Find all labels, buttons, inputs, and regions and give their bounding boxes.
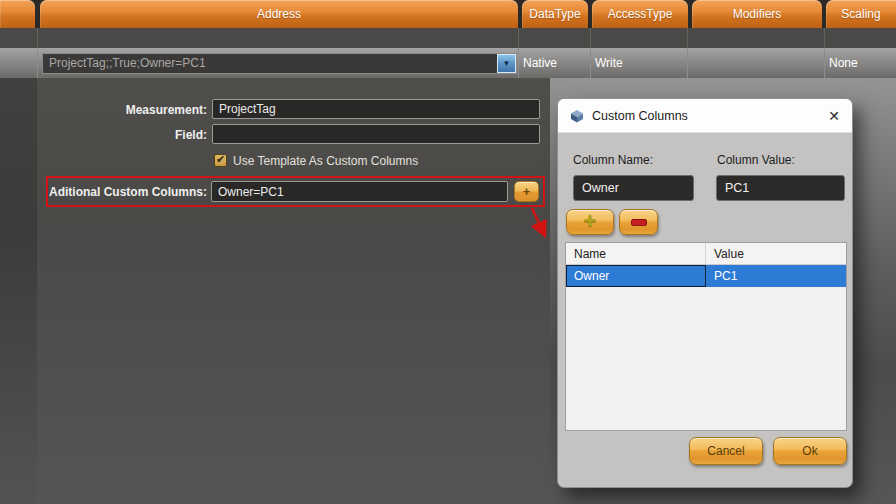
column-divider	[37, 48, 38, 78]
column-name-input[interactable]	[573, 175, 694, 201]
use-template-label: Use Template As Custom Columns	[233, 154, 418, 168]
table-header-row: Name Value	[566, 243, 846, 265]
column-divider	[687, 28, 688, 48]
tag-configuration-screen: Address DataType AccessType Modifiers Sc…	[0, 0, 896, 504]
column-divider	[824, 28, 825, 48]
column-header-address[interactable]: Address	[40, 0, 518, 28]
column-divider	[518, 28, 519, 48]
field-label: Field:	[30, 128, 207, 142]
grid-empty-row	[0, 28, 896, 48]
column-name-label: Column Name:	[573, 153, 653, 167]
table-cell-value[interactable]: PC1	[706, 265, 846, 287]
address-dropdown-button[interactable]: ▼	[497, 54, 516, 73]
ok-button[interactable]: Ok	[773, 437, 847, 465]
column-header-modifiers[interactable]: Modifiers	[692, 0, 822, 28]
table-header-value[interactable]: Value	[706, 243, 846, 264]
column-value-label: Column Value:	[717, 153, 795, 167]
column-divider	[37, 28, 38, 48]
column-value-input[interactable]	[716, 175, 845, 201]
measurement-label: Measurement:	[30, 103, 207, 117]
column-header-partial[interactable]	[0, 0, 35, 28]
column-header-accesstype[interactable]: AccessType	[592, 0, 688, 28]
add-column-button[interactable]: +	[566, 209, 614, 235]
annotation-highlight-rect	[46, 176, 545, 207]
chevron-down-icon: ▼	[503, 60, 511, 68]
cancel-button[interactable]: Cancel	[689, 437, 763, 465]
custom-columns-dialog: Custom Columns ✕ Column Name: Column Val…	[557, 98, 853, 488]
table-row[interactable]: Owner PC1	[566, 265, 846, 287]
use-template-checkbox[interactable]: ✔	[214, 154, 227, 167]
measurement-input[interactable]	[212, 99, 540, 119]
table-header-name[interactable]: Name	[566, 243, 706, 264]
column-divider	[824, 48, 825, 78]
cube-icon	[570, 109, 584, 123]
grid-header-row: Address DataType AccessType Modifiers Sc…	[0, 0, 896, 28]
field-input[interactable]	[212, 124, 540, 144]
dialog-title: Custom Columns	[592, 109, 688, 123]
cell-scaling[interactable]: None	[829, 48, 858, 78]
column-header-datatype[interactable]: DataType	[522, 0, 588, 28]
address-combobox[interactable]: ProjectTag;;True;Owner=PC1 ▼	[42, 53, 517, 74]
cell-datatype[interactable]: Native	[523, 48, 557, 78]
check-icon: ✔	[216, 154, 225, 165]
address-combobox-value: ProjectTag;;True;Owner=PC1	[43, 54, 497, 73]
column-divider	[687, 48, 688, 78]
table-cell-name[interactable]: Owner	[566, 265, 706, 287]
minus-icon	[631, 219, 647, 226]
cell-accesstype[interactable]: Write	[595, 48, 623, 78]
column-divider	[590, 28, 591, 48]
custom-columns-table[interactable]: Name Value Owner PC1	[565, 242, 847, 431]
close-icon[interactable]: ✕	[828, 108, 840, 124]
column-header-scaling[interactable]: Scaling	[826, 0, 896, 28]
column-divider	[590, 48, 591, 78]
remove-column-button[interactable]	[619, 209, 658, 235]
column-divider	[518, 48, 519, 78]
dialog-titlebar[interactable]: Custom Columns ✕	[558, 99, 852, 133]
